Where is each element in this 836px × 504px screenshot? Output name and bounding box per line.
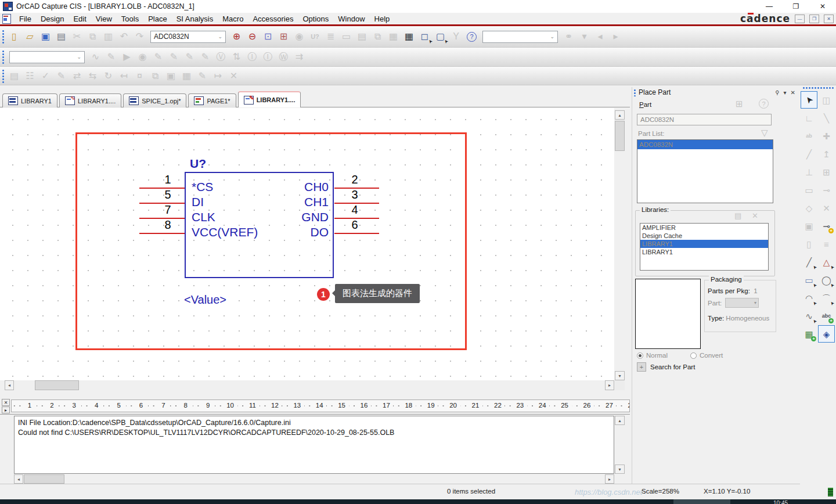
pin-number[interactable]: 3 [341, 188, 368, 201]
tab-library1-schematic[interactable]: LIBRARY1.... [59, 93, 121, 107]
part-value-label[interactable]: <Value> [184, 293, 226, 307]
scroll-right-button[interactable]: ▸ [605, 380, 614, 390]
pin-name[interactable]: CH0 [224, 180, 329, 194]
restore-button[interactable]: ❐ [783, 0, 809, 13]
pin-name[interactable]: *CS [192, 180, 213, 194]
area-select[interactable]: ◻➤ [417, 29, 433, 44]
library-list-item[interactable]: AMPLIFIER [640, 224, 768, 232]
place-polygon[interactable]: △➤ [818, 253, 835, 271]
new-document[interactable]: ▯ [6, 29, 22, 44]
place-text[interactable]: abc+ [818, 307, 835, 325]
mdi-restore-button[interactable]: ❐ [809, 15, 819, 23]
drag-document[interactable]: ▢➤ [433, 29, 448, 44]
menu-options[interactable]: Options [298, 15, 333, 23]
log-scroll-up-button[interactable]: ▴ [615, 416, 625, 425]
place-arc[interactable]: ◠➤ [801, 289, 817, 307]
mdi-minimize-button[interactable]: — [795, 15, 805, 23]
menu-si-analysis[interactable]: SI Analysis [172, 15, 218, 23]
open-document[interactable]: ▱ [22, 29, 38, 44]
canvas-vertical-scrollbar[interactable]: ▴ ▾ [615, 110, 625, 380]
menu-macro[interactable]: Macro [218, 15, 248, 23]
menu-design[interactable]: Design [36, 15, 69, 23]
tab-library1[interactable]: LIBRARY1 [2, 93, 57, 107]
canvas-horizontal-scrollbar[interactable]: ◂ ▸ [5, 380, 614, 390]
part-name-combo[interactable]: ADC0832N⌄ [150, 31, 226, 43]
zoom-to-region[interactable]: ⊡ [260, 29, 276, 44]
libraries-list[interactable]: AMPLIFIERDesign CacheLIBRARY1LIBRARY1 [640, 223, 769, 271]
minimize-button[interactable]: — [756, 0, 783, 13]
pin-name[interactable]: DI [192, 195, 204, 209]
part-list-item[interactable]: ADC0832N [637, 140, 773, 149]
menu-accessories[interactable]: Accessories [248, 15, 298, 23]
pin-line[interactable] [139, 233, 185, 234]
pin-number[interactable]: 6 [341, 218, 368, 232]
log-horizontal-scroll-thumb[interactable] [24, 474, 64, 484]
pin-name[interactable]: CH1 [224, 195, 329, 209]
library-list-item[interactable]: Design Cache [640, 232, 768, 240]
menu-view[interactable]: View [91, 15, 117, 23]
vertical-scroll-thumb[interactable] [615, 121, 625, 151]
menu-tools[interactable]: Tools [117, 15, 143, 23]
place-picture[interactable]: ▦+ [801, 325, 817, 343]
zoom-out[interactable]: ⊖ [244, 29, 260, 44]
library-list-item[interactable]: LIBRARY1 [640, 248, 768, 256]
pin-icon[interactable]: ⚲ [775, 89, 779, 96]
place-pin[interactable]: ⊸+ [818, 217, 835, 235]
save-document[interactable]: ▣ [38, 29, 53, 44]
scroll-up-button[interactable]: ▴ [615, 110, 625, 120]
pin-name[interactable]: CLK [192, 210, 215, 224]
pin-number[interactable]: 8 [154, 218, 181, 232]
pin-name[interactable]: DO [224, 225, 329, 239]
close-button[interactable]: ✕ [809, 0, 836, 13]
pin-line[interactable] [334, 233, 379, 234]
print[interactable]: ▤ [53, 29, 69, 44]
scroll-down-button[interactable]: ▾ [615, 371, 625, 380]
log-scroll-right-button[interactable]: ▸ [605, 474, 614, 484]
place-bezier[interactable]: ∿➤ [801, 307, 817, 325]
menu-edit[interactable]: Edit [69, 15, 91, 23]
menu-window[interactable]: Window [333, 15, 369, 23]
tab-spice1-project[interactable]: SPICE_1.opj* [123, 93, 186, 107]
pin-number[interactable]: 7 [154, 203, 181, 217]
pin-number[interactable]: 1 [154, 173, 181, 186]
pin-number[interactable]: 4 [341, 203, 368, 217]
schematic-canvas[interactable]: U? 1*CS5DI7CLK8VCC(VREF)2CH03CH14GND6DO … [0, 108, 614, 380]
panel-close-icon[interactable]: ✕ [791, 89, 795, 96]
place-ieee-symbol[interactable]: ◈ [818, 325, 835, 343]
part-list[interactable]: ADC0832N [637, 139, 773, 203]
place-elliptical-arc[interactable]: ⌒➤ [818, 289, 835, 307]
tab-library1-part[interactable]: LIBRARY1.... [238, 91, 301, 107]
session-log[interactable]: INI File Location:D:\cadence\SPB_Data\cd… [14, 416, 614, 474]
zoom-all[interactable]: ⊞ [276, 29, 291, 44]
pin-number[interactable]: 5 [154, 188, 181, 201]
zoom-in[interactable]: ⊕ [229, 29, 244, 44]
menu-file[interactable]: File [15, 15, 36, 23]
search-combo[interactable]: ⌄ [482, 31, 558, 43]
panel-menu-icon[interactable]: ▾ [784, 89, 787, 96]
panel-title-bar[interactable]: Place Part ⚲ ▾ ✕ [632, 87, 800, 98]
place-line[interactable]: ╱➤ [801, 253, 817, 271]
window-title: OrCAD Capture CIS - [LIBRARY1.OLB - ADC0… [16, 2, 194, 10]
horizontal-scroll-thumb[interactable] [35, 380, 79, 390]
ruler-number: 18 [402, 402, 416, 409]
ruler-close-button[interactable]: ✕ [2, 399, 10, 406]
taskbar-app-button[interactable] [673, 499, 730, 504]
mdi-close-button[interactable]: ✕ [824, 15, 834, 23]
log-scroll-left-button[interactable]: ◂ [14, 474, 23, 484]
scroll-left-button[interactable]: ◂ [5, 380, 14, 390]
select-tool[interactable]: ➤ [801, 91, 817, 109]
menu-place[interactable]: Place [143, 15, 172, 23]
place-rectangle[interactable]: ▭➤ [801, 271, 817, 289]
pin-name[interactable]: GND [224, 210, 329, 224]
tab-page1[interactable]: PAGE1* [188, 93, 236, 107]
pin-number[interactable]: 2 [341, 173, 368, 186]
search-for-part-expander[interactable]: + [637, 362, 646, 372]
log-scroll-down-button[interactable]: ▾ [615, 465, 625, 474]
help[interactable]: ? [464, 29, 480, 44]
part-reference[interactable]: U? [190, 157, 206, 171]
ruler-expand-button[interactable]: ▸ [2, 406, 10, 413]
place-ellipse[interactable]: ◯➤ [818, 271, 835, 289]
library-list-item[interactable]: LIBRARY1 [640, 240, 768, 248]
menu-help[interactable]: Help [370, 15, 395, 23]
snap-to-grid[interactable]: ▦ [401, 29, 417, 44]
